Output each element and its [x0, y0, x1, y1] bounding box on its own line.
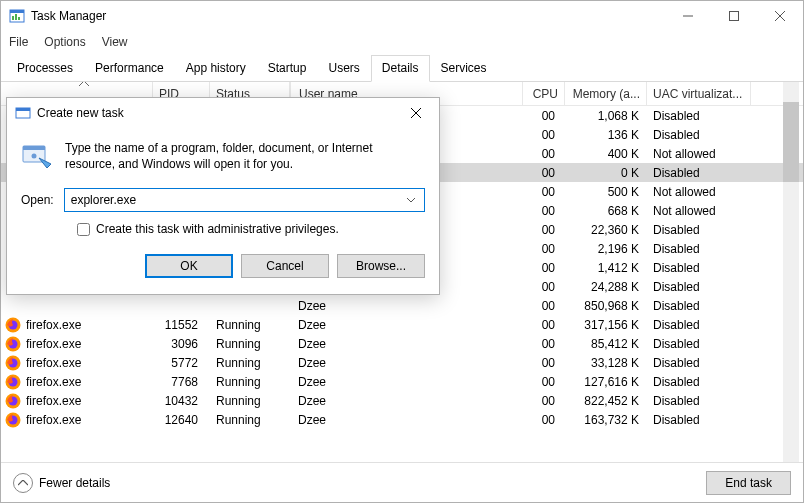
table-row[interactable]: Dzee00850,968 KDisabled [1, 296, 803, 315]
tab-app-history[interactable]: App history [175, 55, 257, 82]
open-input[interactable] [71, 193, 404, 207]
menu-options[interactable]: Options [44, 35, 85, 49]
run-dialog: Create new task Type the name of a progr… [6, 97, 440, 295]
table-row[interactable]: firefox.exe11552RunningDzee00317,156 KDi… [1, 315, 803, 334]
admin-label: Create this task with administrative pri… [96, 222, 339, 236]
process-memory: 0 K [565, 165, 647, 181]
process-uac: Disabled [647, 374, 751, 390]
tab-processes[interactable]: Processes [6, 55, 84, 82]
firefox-icon [5, 393, 21, 409]
process-user: Dzee [290, 374, 523, 390]
process-cpu: 00 [523, 108, 565, 124]
process-name: firefox.exe [26, 356, 81, 370]
process-uac: Disabled [647, 317, 751, 333]
dialog-title: Create new task [37, 106, 393, 120]
process-memory: 822,452 K [565, 393, 647, 409]
tab-startup[interactable]: Startup [257, 55, 318, 82]
vertical-scrollbar[interactable] [783, 82, 799, 462]
table-row[interactable]: firefox.exe3096RunningDzee0085,412 KDisa… [1, 334, 803, 353]
process-uac: Disabled [647, 222, 751, 238]
svg-rect-26 [23, 146, 45, 150]
process-uac: Disabled [647, 127, 751, 143]
process-memory: 1,068 K [565, 108, 647, 124]
scrollbar-thumb[interactable] [783, 102, 799, 182]
process-user: Dzee [290, 298, 523, 314]
browse-button[interactable]: Browse... [337, 254, 425, 278]
process-uac: Not allowed [647, 184, 751, 200]
process-status: Running [210, 412, 290, 428]
table-row[interactable]: firefox.exe7768RunningDzee00127,616 KDis… [1, 372, 803, 391]
footer-bar: Fewer details End task [1, 462, 803, 502]
process-cpu: 00 [523, 165, 565, 181]
open-combobox[interactable] [64, 188, 425, 212]
tab-details[interactable]: Details [371, 55, 430, 82]
admin-checkbox[interactable] [77, 223, 90, 236]
process-user: Dzee [290, 412, 523, 428]
process-status: Running [210, 317, 290, 333]
process-pid: 11552 [153, 317, 210, 333]
col-header-uac[interactable]: UAC virtualizat... [647, 82, 751, 105]
fewer-details-link[interactable]: Fewer details [13, 473, 110, 493]
process-memory: 163,732 K [565, 412, 647, 428]
process-name: firefox.exe [26, 394, 81, 408]
process-pid: 3096 [153, 336, 210, 352]
process-uac: Disabled [647, 260, 751, 276]
process-memory: 127,616 K [565, 374, 647, 390]
process-pid [153, 305, 210, 307]
close-button[interactable] [757, 1, 803, 31]
process-status: Running [210, 336, 290, 352]
ok-button[interactable]: OK [145, 254, 233, 278]
process-cpu: 00 [523, 184, 565, 200]
dialog-description: Type the name of a program, folder, docu… [65, 140, 425, 172]
process-cpu: 00 [523, 260, 565, 276]
svg-point-27 [32, 154, 37, 159]
process-memory: 33,128 K [565, 355, 647, 371]
svg-rect-1 [10, 10, 24, 13]
table-row[interactable]: firefox.exe10432RunningDzee00822,452 KDi… [1, 391, 803, 410]
process-pid: 7768 [153, 374, 210, 390]
firefox-icon [5, 355, 21, 371]
process-memory: 668 K [565, 203, 647, 219]
process-name: firefox.exe [26, 375, 81, 389]
table-row[interactable]: firefox.exe5772RunningDzee0033,128 KDisa… [1, 353, 803, 372]
process-uac: Disabled [647, 393, 751, 409]
end-task-button[interactable]: End task [706, 471, 791, 495]
task-manager-icon [9, 8, 25, 24]
maximize-button[interactable] [711, 1, 757, 31]
menu-file[interactable]: File [9, 35, 28, 49]
process-uac: Not allowed [647, 146, 751, 162]
chevron-down-icon[interactable] [404, 198, 418, 203]
process-cpu: 00 [523, 393, 565, 409]
tab-users[interactable]: Users [317, 55, 370, 82]
cancel-button[interactable]: Cancel [241, 254, 329, 278]
process-uac: Disabled [647, 279, 751, 295]
tab-performance[interactable]: Performance [84, 55, 175, 82]
tab-services[interactable]: Services [430, 55, 498, 82]
dialog-close-button[interactable] [393, 98, 439, 128]
firefox-icon [5, 336, 21, 352]
process-pid: 5772 [153, 355, 210, 371]
table-row[interactable]: firefox.exe12640RunningDzee00163,732 KDi… [1, 410, 803, 429]
open-label: Open: [21, 193, 54, 207]
tab-strip: ProcessesPerformanceApp historyStartupUs… [1, 55, 803, 82]
svg-rect-2 [12, 16, 14, 20]
title-bar[interactable]: Task Manager [1, 1, 803, 31]
process-cpu: 00 [523, 203, 565, 219]
run-program-icon [21, 140, 53, 172]
process-uac: Disabled [647, 298, 751, 314]
process-cpu: 00 [523, 336, 565, 352]
process-status: Running [210, 355, 290, 371]
process-uac: Disabled [647, 355, 751, 371]
process-uac: Not allowed [647, 203, 751, 219]
col-header-cpu[interactable]: CPU [523, 82, 565, 105]
minimize-button[interactable] [665, 1, 711, 31]
menu-view[interactable]: View [102, 35, 128, 49]
process-user: Dzee [290, 317, 523, 333]
process-status [210, 305, 290, 307]
process-memory: 400 K [565, 146, 647, 162]
menu-bar: File Options View [1, 31, 803, 53]
dialog-title-bar[interactable]: Create new task [7, 98, 439, 128]
svg-rect-4 [18, 17, 20, 20]
col-header-memory[interactable]: Memory (a... [565, 82, 647, 105]
process-cpu: 00 [523, 374, 565, 390]
